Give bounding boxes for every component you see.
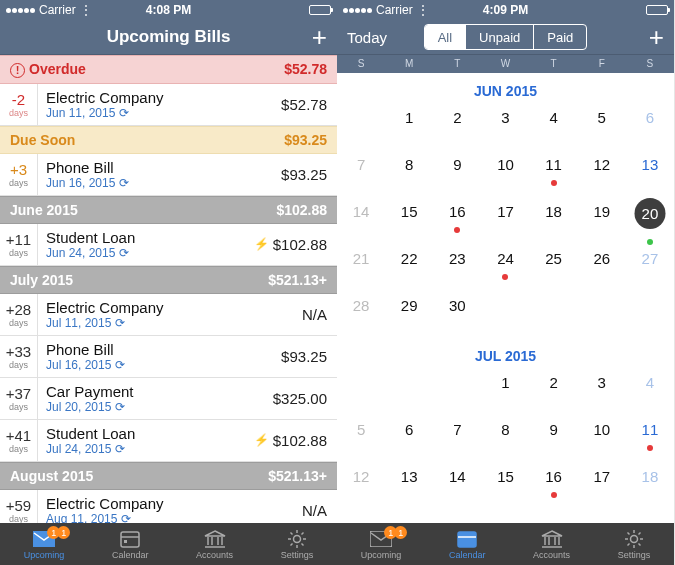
bill-row[interactable]: +41daysStudent LoanJul 24, 2015 ⟳⚡$102.8… [0,420,337,462]
tab-label: Upcoming [24,550,65,560]
calendar-day[interactable]: 12 [337,462,385,509]
calendar-day[interactable]: 4 [626,368,674,415]
calendar-day[interactable]: 16 [433,197,481,244]
tab-accounts[interactable]: Accounts [196,528,233,560]
calendar-day[interactable]: 7 [433,415,481,462]
calendar-day[interactable]: 9 [530,415,578,462]
tab-upcoming[interactable]: Upcoming11 [24,528,65,560]
calendar-day[interactable]: 27 [626,244,674,291]
calendar-day[interactable]: 23 [433,244,481,291]
calendar-day[interactable]: 5 [337,415,385,462]
battery-icon [646,5,668,15]
bill-row[interactable]: +37daysCar PaymentJul 20, 2015 ⟳$325.00 [0,378,337,420]
tab-settings[interactable]: Settings [618,528,651,560]
calendar-day[interactable]: 9 [433,150,481,197]
calendar-day[interactable]: 5 [578,103,626,150]
bill-row[interactable]: +33daysPhone BillJul 16, 2015 ⟳$93.25 [0,336,337,378]
calendar-day[interactable]: 10 [578,415,626,462]
calendar-day[interactable]: 24 [481,244,529,291]
section-label: August 2015 [10,468,93,484]
bill-date: Jul 24, 2015 ⟳ [46,442,246,456]
calendar-day[interactable]: 3 [481,103,529,150]
calendar-day[interactable]: 20 [626,197,674,244]
bill-main: Student LoanJun 24, 2015 ⟳ [38,224,254,265]
bill-date: Jun 16, 2015 ⟳ [46,176,273,190]
tab-upcoming[interactable]: Upcoming11 [361,528,402,560]
calendar-day[interactable]: 28 [337,291,385,338]
bill-amount: $325.00 [273,378,337,419]
bill-row[interactable]: -2daysElectric CompanyJun 11, 2015 ⟳$52.… [0,84,337,126]
calendar-day[interactable]: 13 [626,150,674,197]
svg-point-9 [293,536,300,543]
calendar-day[interactable]: 2 [433,103,481,150]
calendar-day[interactable]: 6 [385,415,433,462]
month-title: JUN 2015 [337,73,674,103]
calendar-day[interactable]: 3 [578,368,626,415]
due-dot [502,274,508,280]
calendar-day[interactable]: 18 [530,197,578,244]
today-marker: 20 [634,198,665,229]
calendar-day[interactable]: 26 [578,244,626,291]
calendar-day[interactable]: 25 [530,244,578,291]
calendar-day[interactable]: 21 [337,244,385,291]
calendar-scroll[interactable]: JUN 201512345678910111213141516171819202… [337,73,674,523]
bill-list[interactable]: !Overdue$52.78-2daysElectric CompanyJun … [0,55,337,523]
filter-all[interactable]: All [425,25,465,49]
bill-amount: N/A [302,490,337,523]
calendar-day[interactable]: 7 [337,150,385,197]
dow-label: F [578,55,626,73]
tab-calendar[interactable]: Calendar [449,528,486,560]
calendar-day[interactable]: 11 [530,150,578,197]
bill-row[interactable]: +3daysPhone BillJun 16, 2015 ⟳$93.25 [0,154,337,196]
nav-bar: Upcoming Bills + [0,20,337,55]
calendar-day[interactable]: 4 [530,103,578,150]
add-button[interactable]: + [649,24,664,50]
bill-amount: ⚡$102.88 [254,420,337,461]
calendar-day[interactable]: 22 [385,244,433,291]
calendar-day[interactable]: 13 [385,462,433,509]
calendar-day[interactable]: 12 [578,150,626,197]
calendar-day[interactable]: 8 [481,415,529,462]
calendar-day[interactable]: 8 [385,150,433,197]
calendar-day[interactable]: 16 [530,462,578,509]
tab-accounts[interactable]: Accounts [533,528,570,560]
calendar-day[interactable]: 14 [433,462,481,509]
calendar-day[interactable]: 17 [481,197,529,244]
dow-label: T [433,55,481,73]
bill-amount: ⚡$102.88 [254,224,337,265]
calendar-day[interactable]: 11 [626,415,674,462]
calendar-day[interactable]: 1 [481,368,529,415]
tab-settings[interactable]: Settings [281,528,314,560]
bill-date: Jun 24, 2015 ⟳ [46,246,246,260]
calendar-day[interactable]: 18 [626,462,674,509]
svg-rect-19 [458,532,476,547]
add-button[interactable]: + [312,24,327,50]
calendar-day[interactable]: 19 [578,197,626,244]
calendar-day[interactable]: 15 [481,462,529,509]
filter-unpaid[interactable]: Unpaid [465,25,533,49]
bill-row[interactable]: +28daysElectric CompanyJul 11, 2015 ⟳N/A [0,294,337,336]
calendar-day[interactable]: 10 [481,150,529,197]
calendar-day[interactable]: 29 [385,291,433,338]
calendar-day[interactable]: 6 [626,103,674,150]
calendar-day[interactable]: 1 [385,103,433,150]
calendar-day[interactable]: 30 [433,291,481,338]
section-amount: $102.88 [276,202,327,218]
bill-row[interactable]: +11daysStudent LoanJun 24, 2015 ⟳⚡$102.8… [0,224,337,266]
bill-main: Car PaymentJul 20, 2015 ⟳ [38,378,273,419]
calendar-day [433,368,481,415]
bill-main: Phone BillJul 16, 2015 ⟳ [38,336,281,377]
section-header-overdue: !Overdue$52.78 [0,55,337,84]
recur-icon: ⟳ [115,442,125,456]
bill-amount: $93.25 [281,336,337,377]
calendar-day[interactable]: 17 [578,462,626,509]
calendar-day[interactable]: 14 [337,197,385,244]
bill-row[interactable]: +59daysElectric CompanyAug 11, 2015 ⟳N/A [0,490,337,523]
section-header-month: June 2015$102.88 [0,196,337,224]
calendar-day[interactable]: 15 [385,197,433,244]
calendar-day[interactable]: 2 [530,368,578,415]
filter-paid[interactable]: Paid [533,25,586,49]
tab-calendar[interactable]: Calendar [112,528,149,560]
today-button[interactable]: Today [347,29,387,46]
tab-label: Upcoming [361,550,402,560]
